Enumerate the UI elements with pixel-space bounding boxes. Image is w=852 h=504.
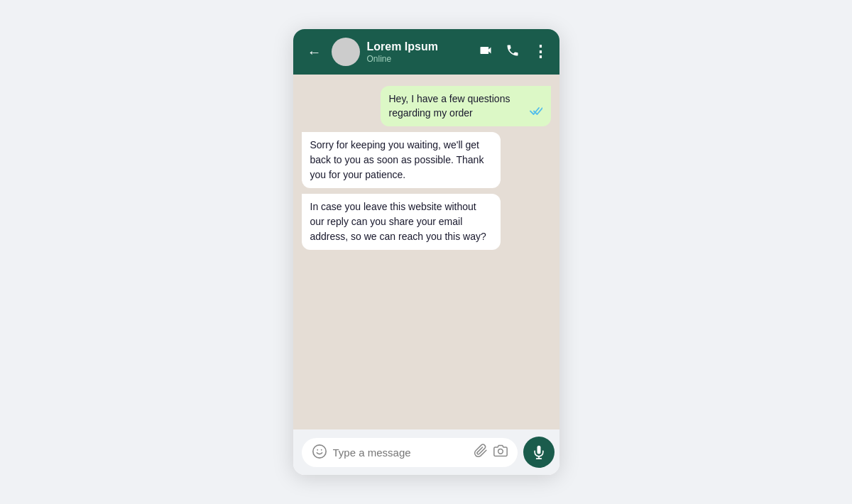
camera-icon[interactable] xyxy=(493,444,508,461)
chat-input-bar xyxy=(293,429,559,475)
back-button[interactable]: ← xyxy=(305,41,324,63)
chat-header: ← Lorem Ipsum Online ⋮ xyxy=(293,29,559,75)
svg-point-3 xyxy=(498,449,503,454)
more-options-icon[interactable]: ⋮ xyxy=(532,43,548,61)
svg-point-0 xyxy=(312,444,325,457)
header-actions: ⋮ xyxy=(479,43,548,61)
video-call-icon[interactable] xyxy=(479,43,493,61)
phone-container: ← Lorem Ipsum Online ⋮ xyxy=(293,29,559,475)
mic-button[interactable] xyxy=(523,437,555,468)
message-input[interactable] xyxy=(333,447,468,459)
message-incoming-1: Sorry for keeping you waiting, we'll get… xyxy=(302,132,501,188)
message-text: Sorry for keeping you waiting, we'll get… xyxy=(310,139,484,180)
message-incoming-2: In case you leave this website without o… xyxy=(302,194,501,250)
message-ticks xyxy=(530,107,542,115)
message-text: In case you leave this website without o… xyxy=(310,201,486,242)
emoji-button[interactable] xyxy=(312,444,327,461)
phone-call-icon[interactable] xyxy=(506,43,520,61)
message-text: Hey, I have a few questions regarding my… xyxy=(389,93,510,119)
message-outgoing: Hey, I have a few questions regarding my… xyxy=(381,86,551,126)
svg-point-2 xyxy=(320,449,322,450)
avatar xyxy=(332,38,360,66)
chat-body: Hey, I have a few questions regarding my… xyxy=(293,75,559,429)
attach-icon[interactable] xyxy=(474,444,488,461)
contact-info: Lorem Ipsum Online xyxy=(367,40,471,64)
input-wrapper xyxy=(302,438,518,467)
svg-point-1 xyxy=(317,449,318,450)
contact-name: Lorem Ipsum xyxy=(367,40,471,53)
contact-status: Online xyxy=(367,54,471,64)
